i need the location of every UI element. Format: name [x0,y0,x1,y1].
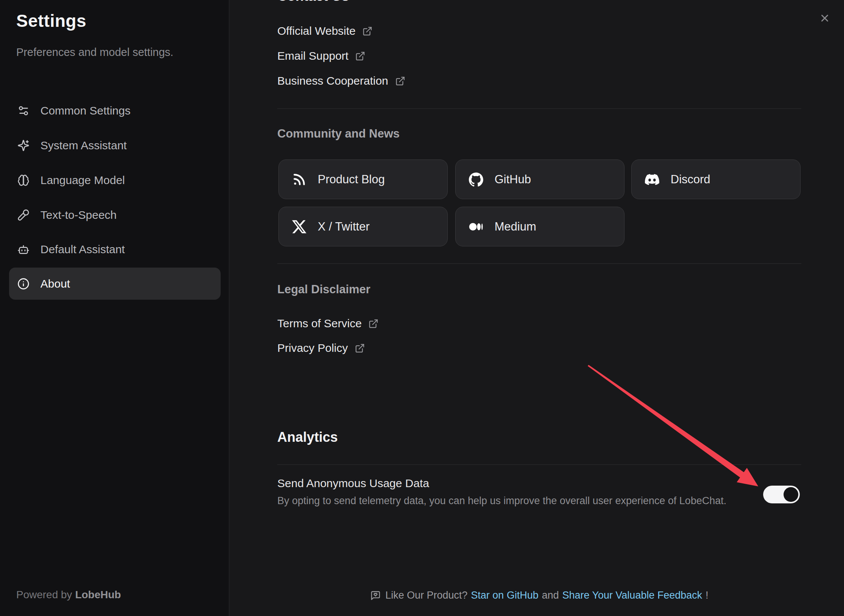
medium-icon [469,220,483,234]
about-panel: Contact Us Official Website Email Suppor… [230,0,844,616]
community-heading: Community and News [277,127,801,141]
send-usage-data-toggle[interactable] [763,486,800,503]
sidebar-item-label: Language Model [40,174,125,187]
sidebar: Settings Preferences and model settings.… [0,0,229,616]
sidebar-item-label: System Assistant [40,139,127,152]
x-twitter-icon [292,220,306,234]
email-support-link[interactable]: Email Support [277,48,801,64]
mic-icon [17,209,29,221]
x-twitter-button[interactable]: X / Twitter [278,207,448,246]
sidebar-item-default-assistant[interactable]: Default Assistant [9,233,221,265]
toggle-knob [784,487,798,502]
official-website-link[interactable]: Official Website [277,23,801,39]
send-usage-data-label: Send Anonymous Usage Data [277,477,801,490]
bot-icon [17,243,29,255]
sparkles-icon [17,139,29,152]
sidebar-item-about[interactable]: About [9,268,221,300]
sidebar-item-label: Default Assistant [40,243,125,256]
page-subtitle: Preferences and model settings. [16,46,173,59]
footer-text: ! [706,590,709,601]
section-divider [277,263,801,264]
brain-icon [17,174,29,186]
share-feedback-link[interactable]: Share Your Valuable Feedback [562,590,702,601]
analytics-heading: Analytics [277,429,801,445]
page-title: Settings [16,11,86,31]
business-cooperation-link[interactable]: Business Cooperation [277,73,801,89]
footer-text: and [542,590,559,601]
footer-text: Like Our Product? [385,590,468,601]
star-on-github-link[interactable]: Star on GitHub [471,590,539,601]
terms-of-service-link[interactable]: Terms of Service [277,315,801,332]
sidebar-item-system-assistant[interactable]: System Assistant [9,129,221,161]
footer-feedback: Like Our Product? Star on GitHub and Sha… [277,590,801,601]
rss-icon [292,172,306,187]
product-blog-button[interactable]: Product Blog [278,159,448,199]
legal-heading: Legal Disclaimer [277,283,801,296]
settings-modal: Settings Preferences and model settings.… [0,0,844,616]
sliders-icon [17,105,29,117]
section-divider [277,108,801,109]
sidebar-item-label: About [40,277,70,290]
external-link-icon [355,343,365,353]
external-link-icon [368,319,379,329]
github-icon [469,172,483,187]
send-usage-data-description: By opting to send telemetry data, you ca… [277,495,801,507]
github-button[interactable]: GitHub [455,159,624,199]
sidebar-item-label: Common Settings [40,104,130,117]
external-link-icon [395,76,405,86]
brand-logo: LobeHub [75,589,121,601]
sidebar-item-common-settings[interactable]: Common Settings [9,94,221,127]
sidebar-item-label: Text-to-Speech [40,209,117,221]
medium-button[interactable]: Medium [455,207,624,246]
feedback-bubble-icon [370,590,381,601]
external-link-icon [355,51,365,61]
close-icon[interactable] [817,10,833,26]
info-icon [17,278,29,290]
sidebar-item-language-model[interactable]: Language Model [9,164,221,196]
section-divider [277,464,801,465]
external-link-icon [362,26,373,36]
contact-us-heading: Contact Us [277,0,801,4]
sidebar-item-text-to-speech[interactable]: Text-to-Speech [9,199,221,231]
powered-by: Powered byLobeHub [16,589,121,601]
discord-icon [645,172,659,187]
discord-button[interactable]: Discord [631,159,801,199]
privacy-policy-link[interactable]: Privacy Policy [277,340,801,356]
